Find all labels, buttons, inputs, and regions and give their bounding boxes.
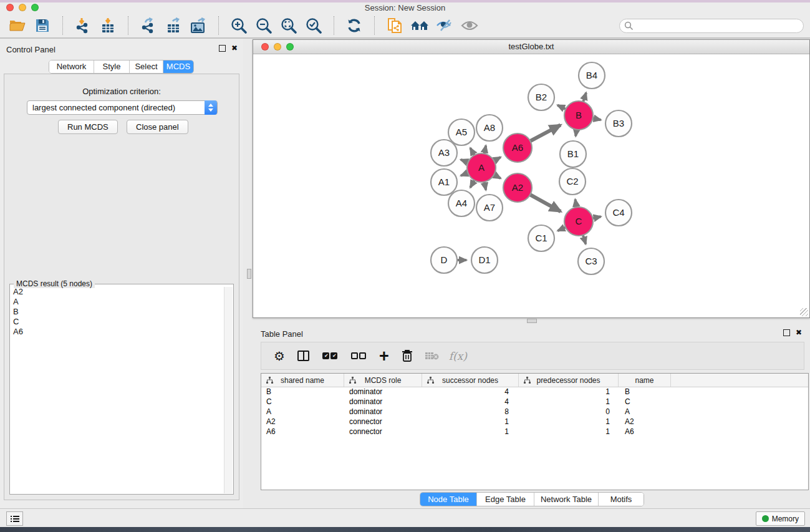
optimization-criterion-select[interactable]: largest connected component (directed) — [27, 100, 218, 115]
minimize-window-button[interactable] — [19, 4, 26, 11]
graph-node-C3[interactable]: C3 — [578, 248, 604, 274]
graph-node-C[interactable]: C — [564, 207, 593, 236]
search-input[interactable] — [634, 20, 803, 31]
task-history-icon[interactable] — [6, 511, 23, 526]
table-cell[interactable]: B — [619, 387, 671, 397]
column-header-predecessor-nodes[interactable]: predecessor nodes — [519, 374, 619, 387]
delete-icon[interactable] — [402, 347, 413, 365]
table-cell[interactable]: 4 — [422, 387, 519, 397]
table-cell[interactable]: 0 — [519, 407, 619, 417]
table-cell[interactable]: 1 — [422, 427, 519, 437]
export-table-icon[interactable] — [164, 16, 183, 35]
table-cell[interactable]: A2 — [261, 417, 344, 427]
table-cell[interactable]: 8 — [422, 407, 519, 417]
select-all-icon[interactable] — [322, 347, 338, 365]
close-panel-icon[interactable]: ✖ — [231, 44, 238, 52]
duplicate-network-icon[interactable] — [385, 16, 404, 35]
node-table[interactable]: shared nameMCDS rolesuccessor nodesprede… — [261, 373, 809, 490]
refresh-icon[interactable] — [345, 16, 364, 35]
settings-gear-icon[interactable]: ⚙ — [274, 347, 285, 365]
run-mcds-button[interactable]: Run MCDS — [58, 120, 118, 134]
search-box[interactable] — [619, 19, 804, 33]
table-row[interactable]: Adominator80A — [261, 407, 808, 417]
graph-node-D1[interactable]: D1 — [471, 247, 498, 273]
result-list-item[interactable]: A2 — [13, 287, 223, 297]
table-cell[interactable]: 1 — [519, 427, 619, 437]
network-window-titlebar[interactable]: testGlobe.txt — [253, 40, 809, 54]
table-row[interactable]: Bdominator41B — [261, 387, 808, 397]
result-list-item[interactable]: A6 — [13, 327, 223, 337]
table-cell[interactable]: 1 — [422, 417, 519, 427]
zoom-in-icon[interactable] — [229, 16, 248, 35]
zoom-fit-icon[interactable] — [279, 16, 298, 35]
graph-node-A1[interactable]: A1 — [431, 169, 457, 195]
export-image-icon[interactable] — [189, 16, 208, 35]
table-cell[interactable]: connector — [344, 417, 422, 427]
table-cell[interactable]: dominator — [344, 407, 422, 417]
graph-node-A3[interactable]: A3 — [431, 140, 457, 166]
resize-grip-icon[interactable] — [800, 308, 808, 316]
zoom-selected-icon[interactable] — [304, 16, 323, 35]
graph-node-A4[interactable]: A4 — [448, 190, 475, 216]
table-cell[interactable]: 4 — [422, 397, 519, 407]
add-icon[interactable]: + — [379, 347, 389, 365]
tab-motifs[interactable]: Motifs — [599, 493, 644, 506]
table-cell[interactable]: C — [619, 397, 671, 407]
table-cell[interactable]: connector — [344, 427, 422, 437]
table-cell[interactable]: 1 — [519, 387, 619, 397]
table-cell[interactable]: A2 — [619, 417, 671, 427]
graph-node-C4[interactable]: C4 — [605, 200, 632, 226]
graph-node-A8[interactable]: A8 — [476, 115, 503, 141]
tab-network[interactable]: Network — [49, 60, 94, 73]
table-row[interactable]: A2connector11A2 — [261, 417, 808, 427]
close-panel-icon[interactable]: ✖ — [796, 328, 802, 337]
open-folder-icon[interactable] — [8, 16, 27, 35]
tab-select[interactable]: Select — [130, 60, 163, 73]
column-header-shared-name[interactable]: shared name — [261, 374, 344, 387]
table-cell[interactable]: 1 — [519, 417, 619, 427]
table-cell[interactable]: A6 — [619, 427, 671, 437]
graph-node-A5[interactable]: A5 — [448, 119, 475, 145]
tab-mcds[interactable]: MCDS — [163, 60, 193, 73]
graph-node-D[interactable]: D — [431, 247, 457, 273]
table-row[interactable]: Cdominator41C — [261, 397, 808, 407]
network-canvas[interactable]: AA1A2A3A4A5A6A7A8BB1B2B3B4CC1C2C3C4DD1 — [253, 54, 809, 317]
hide-eye-icon[interactable] — [435, 16, 454, 35]
maximize-window-button[interactable] — [31, 4, 39, 11]
close-window-button[interactable] — [6, 4, 14, 11]
export-network-icon[interactable] — [139, 16, 158, 35]
memory-button[interactable]: Memory — [756, 511, 805, 526]
show-eye-icon[interactable] — [460, 16, 479, 35]
column-header-successor-nodes[interactable]: successor nodes — [422, 374, 519, 387]
graph-node-B3[interactable]: B3 — [605, 110, 632, 137]
float-panel-icon[interactable] — [783, 329, 790, 336]
import-network-icon[interactable] — [74, 16, 92, 35]
table-cell[interactable]: A — [619, 407, 671, 417]
tab-node-table[interactable]: Node Table — [420, 493, 477, 506]
tab-network-table[interactable]: Network Table — [534, 493, 599, 506]
graph-node-A7[interactable]: A7 — [476, 195, 503, 221]
float-panel-icon[interactable] — [219, 45, 226, 52]
tab-edge-table[interactable]: Edge Table — [477, 493, 534, 506]
save-icon[interactable] — [33, 16, 52, 35]
table-cell[interactable]: A — [261, 407, 344, 417]
table-cell[interactable]: C — [261, 397, 344, 407]
home-icon[interactable] — [410, 16, 429, 35]
network-maximize-button[interactable] — [286, 43, 294, 51]
result-list-item[interactable]: A — [13, 297, 223, 307]
graph-node-B2[interactable]: B2 — [528, 84, 554, 110]
network-close-button[interactable] — [261, 43, 269, 51]
table-cell[interactable]: dominator — [344, 387, 422, 397]
table-cell[interactable]: B — [261, 387, 344, 397]
graph-node-A6[interactable]: A6 — [503, 133, 532, 162]
graph-node-C1[interactable]: C1 — [528, 225, 554, 251]
column-icon[interactable] — [297, 347, 309, 365]
result-list-item[interactable]: C — [13, 317, 223, 327]
result-list-item[interactable]: B — [13, 307, 223, 317]
graph-node-B[interactable]: B — [564, 101, 593, 130]
graph-node-B4[interactable]: B4 — [579, 62, 605, 89]
result-scrollbar[interactable] — [224, 287, 233, 493]
tab-style[interactable]: Style — [94, 60, 130, 73]
table-row[interactable]: A6connector11A6 — [261, 427, 808, 437]
splitter-handle[interactable] — [247, 269, 251, 279]
